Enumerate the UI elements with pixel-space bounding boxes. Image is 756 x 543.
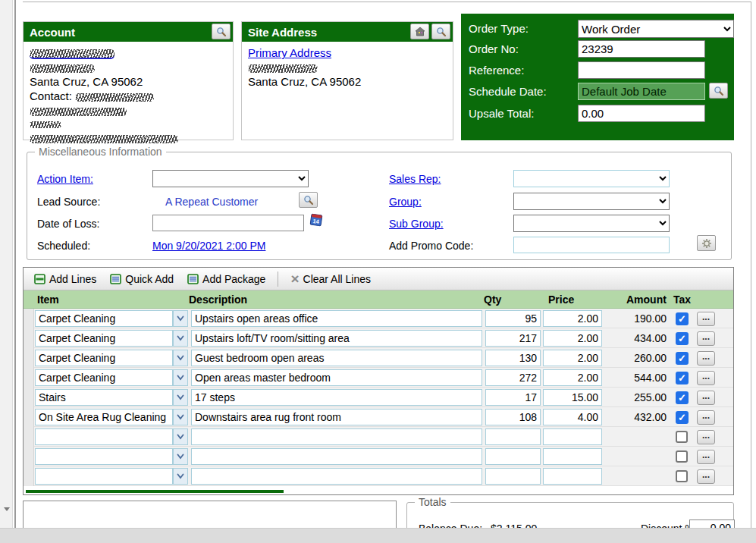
tax-checkbox[interactable] (676, 312, 689, 325)
sub-group-select[interactable] (513, 215, 670, 232)
tax-checkbox[interactable] (676, 470, 688, 482)
price-input[interactable] (543, 468, 602, 485)
item-dropdown-button[interactable] (173, 389, 188, 406)
description-input[interactable] (191, 330, 482, 347)
price-input[interactable] (543, 448, 602, 465)
group-select[interactable] (513, 193, 670, 210)
line-options-button[interactable]: ... (697, 371, 715, 385)
price-input[interactable] (543, 369, 602, 386)
line-options-button[interactable]: ... (697, 391, 715, 405)
item-input[interactable] (35, 330, 173, 347)
site-search-button[interactable] (431, 24, 450, 39)
description-input[interactable] (191, 369, 482, 386)
calendar-icon[interactable]: 14 (309, 213, 324, 227)
promo-code-input[interactable] (513, 237, 670, 253)
line-options-button[interactable]: ... (697, 351, 715, 366)
upsale-total-input[interactable] (578, 105, 705, 122)
row-selector[interactable] (24, 466, 34, 486)
quick-add-button[interactable]: Quick Add (105, 271, 178, 287)
description-input[interactable] (191, 409, 482, 425)
description-input[interactable] (191, 468, 482, 485)
qty-input[interactable] (485, 389, 541, 406)
item-dropdown-button[interactable] (173, 369, 188, 386)
add-package-button[interactable]: Add Package (183, 271, 270, 287)
tax-checkbox[interactable] (676, 431, 688, 443)
row-selector[interactable] (24, 309, 34, 328)
qty-input[interactable] (485, 428, 541, 445)
description-input[interactable] (191, 310, 482, 327)
line-options-button[interactable]: ... (697, 410, 715, 425)
item-dropdown-button[interactable] (173, 310, 188, 327)
order-no-input[interactable] (578, 40, 705, 58)
tax-checkbox[interactable] (676, 332, 689, 345)
qty-input[interactable] (485, 310, 541, 327)
lead-source-value[interactable]: A Repeat Customer (165, 196, 258, 208)
order-type-select[interactable]: Work Order (578, 20, 734, 38)
scheduled-value-link[interactable]: Mon 9/20/2021 2:00 PM (152, 240, 265, 252)
qty-input[interactable] (485, 330, 541, 347)
schedule-date-input[interactable] (578, 83, 705, 100)
row-selector[interactable] (24, 368, 34, 388)
description-input[interactable] (191, 389, 482, 406)
line-options-button[interactable]: ... (697, 331, 715, 346)
tax-checkbox[interactable] (676, 352, 689, 365)
item-input[interactable] (35, 409, 173, 425)
item-dropdown-button[interactable] (173, 428, 188, 445)
price-input[interactable] (543, 330, 602, 347)
row-selector[interactable] (24, 407, 34, 427)
description-input[interactable] (191, 448, 482, 465)
qty-input[interactable] (485, 350, 541, 366)
row-selector[interactable] (24, 427, 34, 447)
item-dropdown-button[interactable] (173, 409, 188, 425)
qty-input[interactable] (485, 448, 541, 465)
description-input[interactable] (191, 428, 482, 445)
price-input[interactable] (543, 350, 602, 366)
tax-checkbox[interactable] (676, 450, 688, 463)
tax-checkbox[interactable] (676, 391, 689, 404)
tax-checkbox[interactable] (676, 411, 689, 424)
action-item-select[interactable] (152, 170, 309, 187)
sales-rep-link[interactable]: Sales Rep: (389, 173, 441, 185)
item-input[interactable] (35, 389, 173, 406)
row-selector[interactable] (24, 388, 34, 407)
item-input[interactable] (35, 468, 173, 485)
account-name-link-redacted[interactable] (30, 49, 114, 59)
row-selector[interactable] (24, 348, 34, 368)
schedule-date-search-button[interactable] (709, 83, 728, 99)
price-input[interactable] (543, 310, 602, 327)
line-options-button[interactable]: ... (697, 469, 715, 484)
price-input[interactable] (543, 409, 602, 425)
qty-input[interactable] (485, 409, 541, 425)
qty-input[interactable] (485, 369, 541, 386)
item-input[interactable] (35, 428, 173, 445)
clear-all-lines-button[interactable]: × Clear All Lines (286, 271, 375, 287)
left-scrollbar[interactable] (0, 0, 13, 528)
sales-rep-select[interactable] (513, 170, 670, 187)
price-input[interactable] (543, 428, 602, 445)
item-dropdown-button[interactable] (173, 468, 188, 485)
item-dropdown-button[interactable] (173, 448, 188, 465)
lead-source-search-button[interactable] (299, 192, 318, 208)
primary-address-link[interactable]: Primary Address (248, 46, 331, 59)
line-options-button[interactable]: ... (697, 450, 715, 464)
sub-group-link[interactable]: Sub Group: (389, 218, 444, 230)
qty-input[interactable] (485, 468, 541, 485)
action-item-link[interactable]: Action Item: (37, 173, 93, 185)
date-of-loss-input[interactable] (152, 215, 304, 231)
line-options-button[interactable]: ... (697, 312, 715, 326)
item-input[interactable] (35, 448, 173, 465)
item-dropdown-button[interactable] (173, 350, 188, 366)
scroll-down-icon[interactable] (4, 507, 10, 511)
reference-input[interactable] (578, 61, 705, 79)
item-input[interactable] (35, 310, 173, 327)
site-home-button[interactable] (410, 24, 429, 39)
group-link[interactable]: Group: (389, 196, 422, 208)
item-input[interactable] (35, 369, 173, 386)
row-selector[interactable] (24, 328, 34, 348)
promo-code-gear-button[interactable] (697, 235, 716, 251)
item-input[interactable] (35, 350, 173, 366)
item-dropdown-button[interactable] (173, 330, 188, 347)
account-search-button[interactable] (212, 24, 231, 39)
description-input[interactable] (191, 350, 482, 366)
row-selector[interactable] (24, 447, 34, 466)
